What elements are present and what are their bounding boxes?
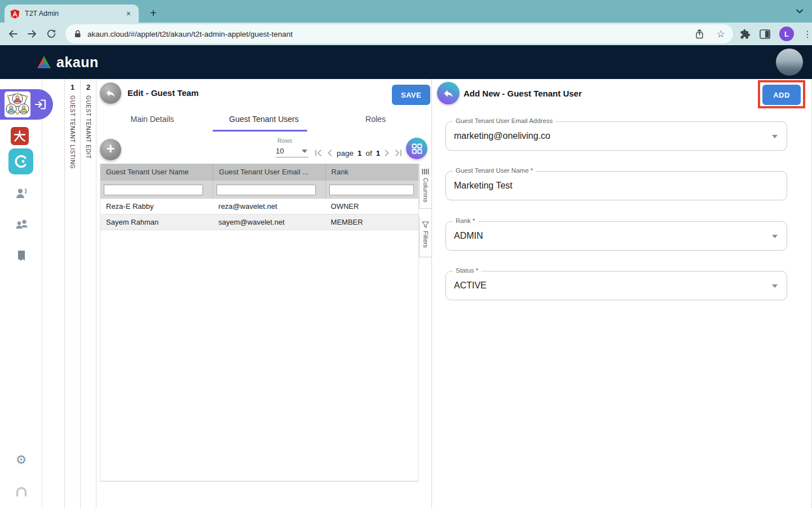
- settings-gear-icon[interactable]: ⚙: [0, 454, 42, 466]
- cell-rank: OWNER: [325, 202, 418, 211]
- tab-main-details[interactable]: Main Details: [96, 110, 208, 130]
- field-label: Rank *: [453, 217, 478, 224]
- filter-input-name[interactable]: [104, 185, 203, 195]
- column-header-name[interactable]: Guest Tenant User Name: [100, 164, 213, 181]
- angular-favicon-icon: [10, 9, 20, 19]
- table-row[interactable]: Reza-E Rabby reza@wavelet.net OWNER: [100, 199, 418, 214]
- last-page-icon[interactable]: [394, 149, 403, 157]
- table-filter-row: [100, 181, 418, 199]
- filters-control[interactable]: Filters: [419, 217, 431, 257]
- column-header-rank[interactable]: Rank: [325, 164, 418, 181]
- sidebar-item-docs[interactable]: [0, 249, 42, 262]
- support-headset-icon[interactable]: [0, 485, 42, 498]
- filter-input-rank[interactable]: [329, 185, 414, 195]
- app-header: akaun: [0, 45, 812, 79]
- lock-icon: [73, 29, 82, 38]
- dropdown-arrow-icon[interactable]: [772, 235, 778, 238]
- rows-value: 10: [276, 147, 284, 155]
- field-user-name[interactable]: Guest Tenant User Name * Marketing Test: [445, 171, 787, 200]
- next-page-icon[interactable]: [384, 149, 390, 157]
- browser-profile-avatar[interactable]: L: [779, 27, 794, 41]
- pagination: page 1 of 1: [314, 146, 403, 160]
- cell-name: Sayem Rahman: [100, 218, 213, 226]
- annotation-highlight: [758, 80, 805, 108]
- add-guest-tenant-user-panel: Add New - Guest Tenant User ADD Guest Te…: [432, 79, 812, 508]
- browser-tab[interactable]: T2T Admin ×: [5, 5, 139, 23]
- new-tab-button[interactable]: +: [145, 5, 161, 21]
- sidebar-gutter: [42, 79, 65, 508]
- browser-menu-icon[interactable]: ⋮: [803, 29, 812, 40]
- plus-icon: +: [106, 140, 114, 157]
- field-value: ADMIN: [454, 231, 483, 241]
- field-label: Guest Tenant User Email Address: [453, 117, 555, 124]
- field-email-address[interactable]: Guest Tenant User Email Address marketin…: [445, 121, 787, 151]
- forward-icon[interactable]: [23, 24, 42, 43]
- select-caret-icon: [302, 150, 307, 153]
- tab-guest-tenant-users[interactable]: Guest Tenant Users: [208, 110, 320, 130]
- edit-guest-team-panel: Edit - Guest Team SAVE Main Details Gues…: [96, 79, 431, 508]
- page-word: page: [337, 149, 354, 157]
- detail-tabs: Main Details Guest Tenant Users Roles: [96, 110, 431, 130]
- field-label: Status *: [453, 267, 481, 274]
- grid-view-button[interactable]: [406, 138, 427, 159]
- akaun-logo: akaun: [36, 54, 99, 71]
- filter-funnel-icon: [422, 221, 429, 228]
- workspace-tab-label: GUEST TENANT LISTING: [69, 95, 76, 169]
- url-text: akaun.cloud/#/applet/t2t/akaun/t2t-admin…: [87, 30, 695, 38]
- tab-search-chevron-icon[interactable]: [795, 7, 804, 15]
- page-current: 1: [358, 149, 362, 157]
- sidebar-item-user[interactable]: [0, 187, 42, 200]
- workspace-tab-number: 1: [70, 83, 74, 91]
- of-word: of: [366, 149, 372, 157]
- dropdown-arrow-icon[interactable]: [772, 135, 778, 138]
- cell-email: reza@wavelet.net: [213, 202, 325, 211]
- rows-label: Rows: [277, 137, 292, 144]
- tab-roles[interactable]: Roles: [320, 110, 431, 130]
- first-page-icon[interactable]: [314, 149, 323, 157]
- add-row-button[interactable]: +: [100, 139, 121, 160]
- rows-per-page-select[interactable]: 10: [276, 145, 308, 157]
- columns-control[interactable]: Columns: [419, 164, 431, 209]
- app-body: ⚙ 1 GUEST TENANT LISTING 2 GUEST TENANT …: [0, 79, 812, 508]
- url-bar[interactable]: akaun.cloud/#/applet/t2t/akaun/t2t-admin…: [65, 24, 733, 43]
- table-row[interactable]: Sayem Rahman sayem@wavelet.net MEMBER: [100, 214, 418, 230]
- active-applet-badge[interactable]: [0, 89, 53, 120]
- logo-text: akaun: [56, 54, 99, 71]
- sidebar-app-red-icon[interactable]: [11, 127, 29, 145]
- workspace-tab-number: 2: [86, 83, 90, 91]
- field-label: Guest Tenant User Name *: [453, 167, 536, 174]
- cell-name: Reza-E Rabby: [100, 202, 213, 211]
- extensions-puzzle-icon[interactable]: [740, 29, 751, 40]
- user-avatar-photo[interactable]: [776, 49, 803, 76]
- share-icon[interactable]: [695, 29, 704, 40]
- back-button[interactable]: [100, 82, 121, 104]
- filter-input-email[interactable]: [217, 185, 316, 195]
- back-button[interactable]: [437, 82, 460, 104]
- browser-tab-strip: T2T Admin × +: [0, 0, 812, 23]
- tab-close-icon[interactable]: ×: [124, 9, 133, 18]
- sidebar-app-teal-icon[interactable]: [8, 148, 33, 174]
- field-rank[interactable]: Rank * ADMIN: [445, 221, 787, 251]
- side-panel-icon[interactable]: [760, 29, 770, 39]
- bookmark-star-icon[interactable]: ☆: [717, 28, 725, 40]
- browser-toolbar: akaun.cloud/#/applet/t2t/akaun/t2t-admin…: [0, 23, 812, 45]
- reload-icon[interactable]: [42, 24, 61, 43]
- panel-title: Add New - Guest Tenant User: [464, 89, 582, 98]
- column-header-email[interactable]: Guest Tenant User Email ...: [213, 164, 325, 181]
- field-value: marketing@oneliving.co: [454, 131, 550, 141]
- save-button[interactable]: SAVE: [392, 85, 430, 105]
- screen: T2T Admin × + akaun.cloud/#/applet/t2t/: [0, 0, 812, 508]
- cell-email: sayem@wavelet.net: [213, 218, 325, 226]
- table-header-row: Guest Tenant User Name Guest Tenant User…: [100, 164, 418, 181]
- active-tab-underline: [213, 130, 307, 132]
- prev-page-icon[interactable]: [326, 149, 333, 157]
- workspace-tab-guest-tenant-edit[interactable]: 2 GUEST TENANT EDIT: [81, 79, 96, 508]
- workspace-tab-guest-tenant-listing[interactable]: 1 GUEST TENANT LISTING: [65, 79, 81, 508]
- dropdown-arrow-icon[interactable]: [772, 284, 778, 288]
- columns-icon: [422, 168, 429, 175]
- field-status[interactable]: Status * ACTIVE: [445, 271, 787, 300]
- workspace-tab-label: GUEST TENANT EDIT: [85, 95, 91, 159]
- akaun-triangle-icon: [36, 55, 52, 69]
- back-icon[interactable]: [3, 24, 23, 43]
- sidebar-item-users[interactable]: [0, 218, 42, 231]
